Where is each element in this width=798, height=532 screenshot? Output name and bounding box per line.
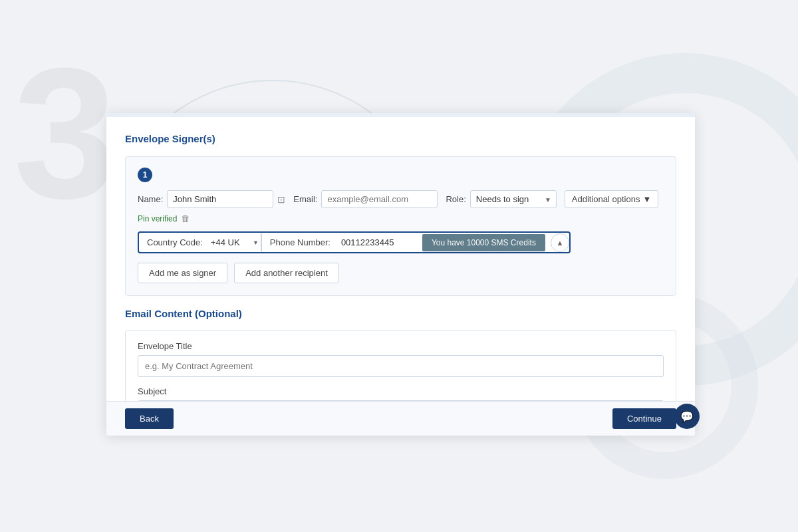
trash-icon[interactable]: 🗑: [181, 213, 190, 223]
country-code-label: Country Code:: [139, 233, 208, 252]
email-group: Email:: [293, 190, 438, 208]
add-me-as-signer-button[interactable]: Add me as signer: [138, 263, 227, 283]
add-another-recipient-button[interactable]: Add another recipient: [234, 263, 339, 283]
pin-verified-row: Pin verified 🗑: [138, 213, 664, 223]
name-group: Name: ⊡: [138, 190, 285, 208]
panel-content: Envelope Signer(s) 1 Name: ⊡ Email: Role…: [106, 117, 695, 436]
pin-verified-text: Pin verified: [138, 214, 177, 223]
envelope-title-input[interactable]: [138, 355, 664, 377]
email-input[interactable]: [321, 190, 438, 208]
bottom-bar: Back Continue: [106, 401, 695, 436]
email-section-title: Email Content (Optional): [125, 308, 676, 319]
phone-number-label: Phone Number:: [262, 233, 336, 252]
country-select-wrapper: +44 UK +1 US +61 AU +49 DE +33 FR ▼: [208, 233, 262, 251]
name-label: Name:: [138, 194, 163, 204]
name-input[interactable]: [167, 190, 273, 208]
sms-credits-badge: You have 10000 SMS Credits: [422, 234, 545, 251]
additional-options-label: Additional options: [572, 194, 640, 204]
country-code-select[interactable]: +44 UK +1 US +61 AU +49 DE +33 FR: [208, 233, 261, 251]
chat-widget-button[interactable]: 💬: [674, 404, 700, 429]
envelope-title-field: Envelope Title: [138, 341, 664, 377]
signer-block: 1 Name: ⊡ Email: Role: Needs to sign: [125, 156, 676, 296]
additional-options-button[interactable]: Additional options ▼: [565, 190, 659, 208]
main-panel: Envelope Signer(s) 1 Name: ⊡ Email: Role…: [106, 113, 695, 436]
signer-badge: 1: [138, 168, 152, 182]
role-label: Role:: [446, 194, 466, 204]
phone-row: Country Code: +44 UK +1 US +61 AU +49 DE…: [138, 231, 571, 253]
collapse-button[interactable]: ▲: [551, 233, 569, 252]
subject-label: Subject: [138, 386, 664, 396]
email-label: Email:: [293, 194, 317, 204]
section-title: Envelope Signer(s): [125, 133, 676, 144]
person-card-icon[interactable]: ⊡: [277, 194, 285, 205]
background-number: 3: [13, 40, 117, 226]
role-select-wrapper: Needs to sign Receives a copy In-person …: [470, 190, 557, 208]
role-group: Role: Needs to sign Receives a copy In-p…: [446, 190, 556, 208]
back-button[interactable]: Back: [125, 408, 174, 429]
additional-options-chevron-icon: ▼: [642, 194, 651, 204]
chat-icon: 💬: [680, 410, 694, 423]
action-buttons: Add me as signer Add another recipient: [138, 263, 664, 283]
collapse-icon: ▲: [556, 239, 563, 247]
signer-fields-row: Name: ⊡ Email: Role: Needs to sign Recei…: [138, 190, 664, 208]
continue-button[interactable]: Continue: [612, 408, 676, 429]
phone-input[interactable]: [336, 233, 422, 252]
role-select[interactable]: Needs to sign Receives a copy In-person …: [470, 190, 557, 208]
envelope-title-label: Envelope Title: [138, 341, 664, 351]
